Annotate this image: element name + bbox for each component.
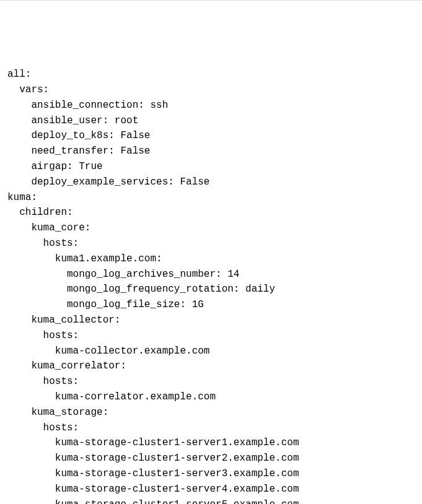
code-line: kuma_correlator: — [7, 358, 415, 374]
code-line: hosts: — [7, 374, 415, 389]
code-line: kuma_collector: — [7, 313, 415, 328]
code-line: vars: — [7, 82, 415, 98]
code-line: kuma-correlator.example.com — [7, 389, 415, 405]
code-line: need_transfer: False — [7, 144, 415, 159]
code-line: mongo_log_file_size: 1G — [7, 297, 415, 313]
code-line: kuma-storage-cluster1-server4.example.co… — [7, 482, 415, 497]
code-line: kuma: — [7, 190, 415, 206]
code-line: all: — [7, 67, 415, 82]
code-line: hosts: — [7, 236, 415, 251]
code-line: deploy_example_services: False — [7, 175, 415, 190]
code-line: mongo_log_frequency_rotation: daily — [7, 282, 415, 297]
code-line: children: — [7, 205, 415, 220]
code-line: kuma-storage-cluster1-server2.example.co… — [7, 451, 415, 466]
code-line: kuma_core: — [7, 220, 415, 236]
code-line: kuma-storage-cluster1-server5.example.co… — [7, 497, 415, 505]
code-line: kuma-collector.example.com — [7, 344, 415, 359]
code-line: kuma1.example.com: — [7, 251, 415, 267]
code-line: deploy_to_k8s: False — [7, 128, 415, 144]
code-line: kuma-storage-cluster1-server1.example.co… — [7, 435, 415, 451]
yaml-code-block: all: vars: ansible_connection: ssh ansib… — [7, 67, 415, 504]
code-line: kuma_storage: — [7, 405, 415, 420]
code-line: ansible_user: root — [7, 113, 415, 129]
code-line: hosts: — [7, 328, 415, 344]
code-line: mongo_log_archives_number: 14 — [7, 267, 415, 282]
code-line: hosts: — [7, 420, 415, 436]
code-line: kuma-storage-cluster1-server3.example.co… — [7, 466, 415, 482]
code-line: airgap: True — [7, 159, 415, 175]
code-line: ansible_connection: ssh — [7, 98, 415, 113]
